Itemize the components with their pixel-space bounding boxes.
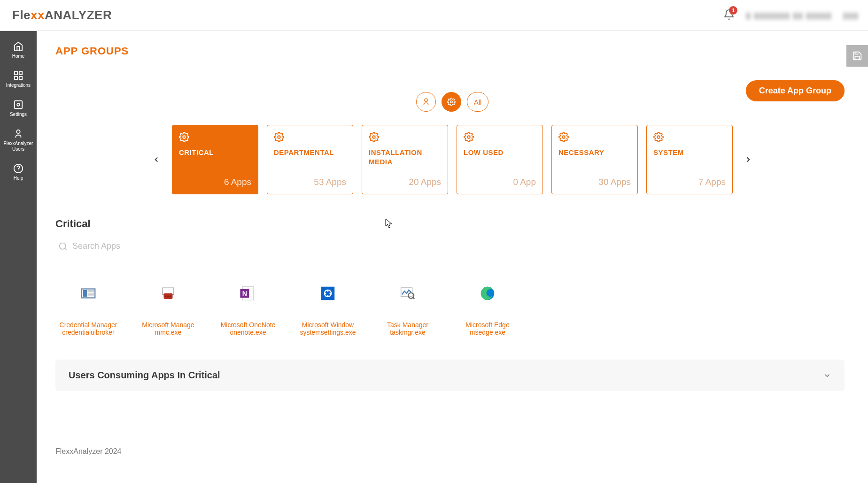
group-card-departmental[interactable]: DEPARTMENTAL53 Apps: [267, 125, 353, 194]
card-count: 53 Apps: [274, 177, 346, 187]
app-item[interactable]: Microsoft Edgemsedge.exe: [455, 284, 520, 336]
card-count: 20 Apps: [369, 177, 441, 187]
users-consuming-panel[interactable]: Users Consuming Apps In Critical: [55, 360, 845, 391]
section-title: Critical: [55, 218, 868, 230]
header-user-avatar: ▮▮▮: [843, 10, 859, 21]
svg-rect-3: [15, 77, 17, 79]
filter-pills: All: [55, 92, 849, 112]
card-title: SYSTEM: [653, 148, 726, 157]
filter-user-pill[interactable]: [416, 92, 436, 112]
header-right: 1 ▮ ▮▮▮▮▮▮▮ ▮▮ ▮▮▮▮▮ ▮▮▮: [723, 9, 859, 22]
gear-icon: [447, 98, 456, 106]
group-card-system[interactable]: SYSTEM7 Apps: [646, 125, 733, 194]
sidebar-item-users[interactable]: FlexxAnalyzer Users: [0, 123, 37, 158]
search-icon: [58, 242, 68, 251]
logo-text: FlexxANALYZER: [12, 8, 112, 23]
svg-rect-1: [19, 72, 22, 75]
home-icon: [13, 41, 23, 52]
carousel-next-button[interactable]: [741, 153, 755, 167]
app-icon: N: [239, 284, 257, 302]
sidebar-label: Integrations: [6, 83, 31, 88]
user-icon: [422, 98, 430, 106]
app-name: Microsoft Manage: [138, 321, 199, 329]
svg-text:N: N: [242, 290, 247, 297]
app-icon: [399, 284, 417, 302]
save-icon: [852, 51, 862, 61]
group-card-necessary[interactable]: NECESSARY30 Apps: [551, 125, 638, 194]
create-app-group-button[interactable]: Create App Group: [746, 80, 845, 101]
logo-prefix: Fle: [12, 8, 31, 22]
card-title: NECESSARY: [558, 148, 631, 157]
svg-point-11: [183, 136, 186, 138]
main-content: APP GROUPS Create App Group All CRITICAL…: [37, 31, 868, 483]
card-count: 30 Apps: [558, 177, 631, 187]
svg-point-6: [16, 130, 20, 133]
svg-rect-4: [15, 101, 23, 109]
app-item[interactable]: Credential Managercredentialuibroker: [55, 284, 121, 336]
app-exe: mmc.exe: [138, 329, 199, 336]
save-button[interactable]: [846, 45, 868, 67]
svg-rect-20: [83, 290, 87, 297]
search-apps-input[interactable]: [72, 241, 297, 251]
card-count: 6 Apps: [179, 177, 251, 187]
card-title: LOW USED: [464, 148, 536, 157]
help-icon: [13, 163, 23, 174]
svg-rect-2: [19, 77, 22, 79]
header-user-info: ▮ ▮▮▮▮▮▮▮ ▮▮ ▮▮▮▮▮: [746, 10, 832, 21]
group-card-critical[interactable]: CRITICAL6 Apps: [172, 125, 258, 194]
footer-text: FlexxAnalyzer 2024: [55, 447, 868, 456]
carousel-prev-button[interactable]: [149, 153, 163, 167]
app-icon: [159, 284, 177, 302]
card-title: CRITICAL: [179, 148, 251, 157]
app-exe: systemsettings.exe: [297, 329, 358, 336]
sidebar-item-home[interactable]: Home: [0, 36, 37, 65]
svg-rect-21: [88, 290, 94, 292]
gear-icon: [179, 132, 189, 142]
cards-carousel: CRITICAL6 AppsDEPARTMENTAL53 AppsINSTALL…: [55, 125, 849, 194]
svg-point-9: [425, 99, 427, 101]
sidebar: Home Integrations Settings FlexxAnalyzer…: [0, 31, 37, 483]
app-exe: credentialuibroker: [58, 329, 119, 336]
app-item[interactable]: Microsoft Windowsystemsettings.exe: [295, 284, 361, 336]
app-icon: [479, 284, 496, 302]
svg-point-12: [278, 136, 280, 138]
svg-rect-25: [165, 296, 171, 297]
sidebar-label: FlexxAnalyzer Users: [0, 141, 37, 152]
svg-point-14: [467, 136, 470, 138]
svg-rect-29: [321, 287, 335, 300]
notifications-button[interactable]: 1: [723, 9, 735, 22]
svg-point-5: [17, 103, 20, 106]
app-item[interactable]: NMicrosoft OneNoteonenote.exe: [215, 284, 281, 336]
chevron-left-icon: [152, 155, 161, 164]
svg-point-13: [372, 136, 375, 138]
settings-icon: [13, 100, 23, 110]
app-item[interactable]: Task Managertaskmgr.exe: [375, 284, 441, 336]
sidebar-item-integrations[interactable]: Integrations: [0, 65, 37, 94]
apps-grid: Credential ManagercredentialuibrokerMicr…: [55, 284, 868, 336]
filter-all-pill[interactable]: All: [467, 92, 489, 112]
page-title: APP GROUPS: [55, 45, 868, 57]
app-item[interactable]: Microsoft Managemmc.exe: [135, 284, 201, 336]
notification-badge: 1: [729, 6, 737, 15]
logo-suffix: ANALYZER: [45, 8, 112, 22]
svg-rect-22: [88, 293, 94, 296]
integrations-icon: [13, 70, 23, 81]
app-name: Credential Manager: [58, 321, 119, 329]
filter-gear-pill[interactable]: [442, 92, 461, 112]
app-exe: onenote.exe: [217, 329, 279, 336]
gear-icon: [464, 132, 474, 142]
chevron-right-icon: [744, 155, 752, 164]
sidebar-item-help[interactable]: Help: [0, 158, 37, 187]
svg-line-33: [413, 297, 415, 299]
group-card-low-used[interactable]: LOW USED0 App: [457, 125, 543, 194]
sidebar-item-settings[interactable]: Settings: [0, 94, 37, 123]
svg-point-17: [60, 243, 66, 249]
card-count: 7 Apps: [653, 177, 726, 187]
group-card-installation-media[interactable]: INSTALLATION MEDIA20 Apps: [362, 125, 448, 194]
gear-icon: [558, 132, 569, 142]
svg-point-15: [562, 136, 565, 138]
app-exe: taskmgr.exe: [377, 329, 438, 336]
app-name: Microsoft Edge: [457, 321, 518, 329]
logo-xx: xx: [31, 8, 45, 22]
users-icon: [13, 129, 23, 139]
